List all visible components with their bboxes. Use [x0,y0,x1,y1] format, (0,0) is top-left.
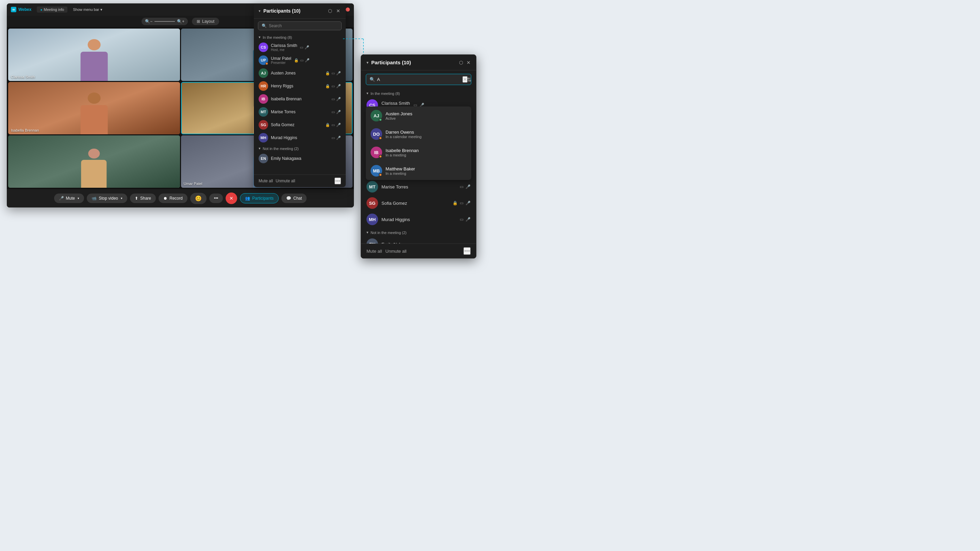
expanded-chevron[interactable]: ▾ [366,60,369,65]
exp-avatar-murad: MH [366,214,378,225]
tile-name-clarissa: Clarissa Smith [11,75,35,79]
expanded-panel-header: ▾ Participants (10) ⬡ ✕ [361,55,476,70]
mic-icon-austen: 🎤 [336,71,341,76]
expanded-search-icon: 🔍 [369,77,375,82]
participant-row-emily[interactable]: EN Emily Nakagawa [254,152,346,165]
search-input[interactable] [269,24,338,28]
participant-row-isabella[interactable]: IB Isabella Brennan ▭ 🎤 [254,92,346,105]
dropdown-item-matthew[interactable]: MB Matthew Baker In a meeting [366,162,471,180]
exp-row-marise[interactable]: MT Marise Torres ▭ 🎤 [361,179,476,195]
mic-icon-henry: 🎤 [336,84,341,89]
lock-icon-sofia: 🔒 [325,123,330,127]
dropdown-item-darren[interactable]: DO Darren Owens In a calendar meeting [366,125,471,143]
close-button[interactable] [346,8,350,11]
participant-row-marise[interactable]: MT Marise Torres ▭ 🎤 [254,105,346,118]
video-icon-sofia: ▭ [331,123,335,127]
exit-button[interactable]: ✕ [226,192,237,204]
status-dot-austen [379,118,382,121]
exp-row-murad[interactable]: MH Murad Higgins ▭ 🎤 [361,211,476,227]
participant-row-austen[interactable]: AJ Austen Jones 🔒 ▭ 🎤 [254,67,346,79]
participant-row-murad[interactable]: MH Murad Higgins ▭ 🎤 [254,131,346,144]
meeting-info-tab[interactable]: ● Meeting info [37,6,67,13]
participant-row-henry[interactable]: HR Henry Riggs 🔒 ▭ 🎤 [254,79,346,92]
show-menu-bar[interactable]: Show menu bar ▾ [73,8,102,12]
exp-icons-murad: ▭ 🎤 [460,217,471,222]
exp-in-meeting-header: ▾ In the meeting (8) [361,89,476,97]
lock-icon-umar: 🔒 [294,58,299,63]
exp-unmute-all-button[interactable]: Unmute all [385,247,407,255]
participant-row-clarissa[interactable]: CS Clarissa Smith Host, me ▭ 🎤 [254,41,346,54]
avatar-umar: UP [259,56,268,65]
participant-row-sofia[interactable]: SG Sofia Gomez 🔒 ▭ 🎤 [254,118,346,131]
dropdown-info-austen: Austen Jones Active [385,111,466,121]
participant-icons-isabella: ▭ 🎤 [331,97,341,102]
dropdown-info-isabelle: Isabelle Brennan In a meeting [385,148,466,157]
sort-button[interactable]: ⇅ [467,76,471,83]
exp-not-in-meeting-header: ▾ Not in the meeting (2) [361,227,476,236]
avatar-austen: AJ [259,68,268,78]
share-button[interactable]: ⬆ Share [130,194,156,203]
exp-row-emily[interactable]: EN Emily Nakagawa [361,236,476,243]
dropdown-item-isabelle-d[interactable]: IB Isabelle Brennan In a meeting [366,143,471,162]
zoom-control[interactable]: 🔍− 🔍+ [142,18,188,25]
video-tile-5 [8,135,180,188]
layout-button[interactable]: ⊞ Layout [192,18,219,25]
expanded-close-button[interactable]: ✕ [466,60,471,65]
chat-button[interactable]: 💬 Chat [282,194,307,203]
mute-all-button[interactable]: Mute all [259,178,273,184]
panel-popout-button[interactable]: ⬡ [327,8,333,14]
expanded-footer: Mute all Unmute all ••• [361,243,476,258]
panel-chevron[interactable]: ▾ [259,9,261,13]
expanded-header-actions: ⬡ ✕ [459,60,471,65]
participants-icon: 👥 [245,196,250,201]
more-options-button[interactable]: ••• [334,178,341,184]
reactions-button[interactable]: 😊 [190,193,207,204]
record-button[interactable]: ⏺ Record [159,194,188,203]
participants-panel-expanded: ▾ Participants (10) ⬡ ✕ 🔍 ✕ AJ Austen Jo… [361,54,476,259]
exp-more-button[interactable]: ••• [463,247,471,255]
participant-row-umar[interactable]: UP Umar Patel Presenter 🔒 ▭ 🎤 [254,54,346,67]
exp-lock-sofia: 🔒 [453,201,458,205]
mic-icon-marise: 🎤 [336,110,341,114]
stop-video-button[interactable]: 📹 Stop video ▾ [87,194,127,203]
video-icon-murad: ▭ [331,136,335,140]
unmute-all-button[interactable]: Unmute all [275,178,295,184]
exp-row-sofia[interactable]: SG Sofia Gomez 🔒 ▭ 🎤 [361,195,476,211]
sort-button-area: ⇅ [467,76,471,83]
exp-avatar-marise: MT [366,181,378,192]
expanded-search-wrap: 🔍 ✕ AJ Austen Jones Active DO [361,70,476,89]
zoom-out-icon[interactable]: 🔍− [145,19,153,24]
exp-mic-sofia: 🎤 [466,201,471,205]
exp-video-sofia: ▭ [460,201,463,205]
video-icon-clarissa: ▭ [300,45,303,50]
panel-scroll[interactable]: ▾ In the meeting (8) CS Clarissa Smith H… [254,33,346,175]
section-chevron: ▾ [259,35,261,40]
exp-video-marise: ▭ [460,184,463,189]
participant-icons-umar: 🔒 ▭ 🎤 [294,58,310,63]
participant-info-umar: Umar Patel Presenter [271,56,291,65]
tile-name-umar: Umar Patel [184,182,202,186]
panel-close-button[interactable]: ✕ [336,8,341,14]
more-button[interactable]: ••• [209,194,223,203]
mute-chevron[interactable]: ▾ [78,197,79,200]
app-title: Webex [18,7,31,12]
status-dot-matthew [379,173,382,176]
video-chevron[interactable]: ▾ [121,197,123,200]
video-icon-marise: ▭ [331,110,335,114]
exp-avatar-emily: EN [366,238,378,243]
zoom-slider[interactable] [154,21,175,22]
expanded-popout-button[interactable]: ⬡ [459,60,463,65]
exp-mute-all-button[interactable]: Mute all [366,247,382,255]
zoom-in-icon[interactable]: 🔍+ [177,19,185,24]
mic-icon-murad: 🎤 [336,136,341,140]
avatar-murad: MH [259,133,268,143]
search-input-wrap: 🔍 [258,21,342,30]
participant-icons-sofia: 🔒 ▭ 🎤 [325,123,341,127]
mic-icon-isabella: 🎤 [336,97,341,102]
expanded-search-input[interactable] [377,77,460,82]
participants-button[interactable]: 👥 Participants [240,193,279,203]
dropdown-item-austen[interactable]: AJ Austen Jones Active [366,106,471,125]
chat-icon: 💬 [286,196,291,201]
search-icon: 🔍 [262,24,267,28]
mute-button[interactable]: 🎤 Mute ▾ [54,194,84,203]
